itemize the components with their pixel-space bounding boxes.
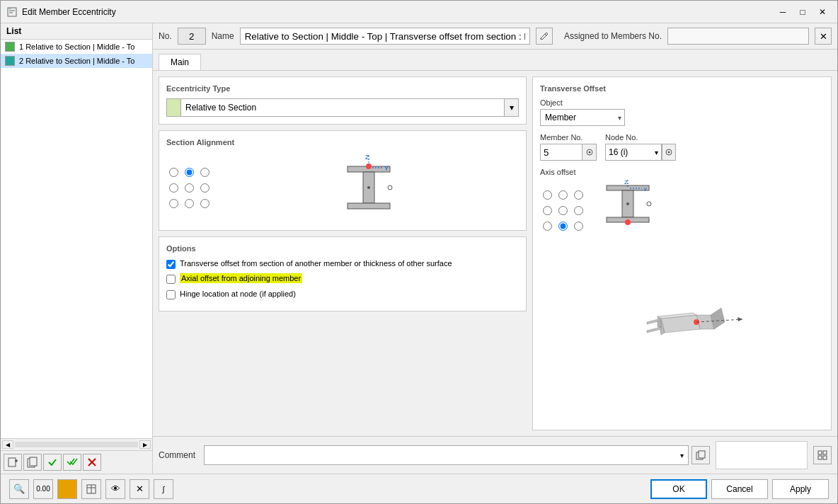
svg-point-3 bbox=[9, 8, 11, 9]
list-item-text: 2 Relative to Section | Middle - To bbox=[19, 57, 134, 65]
search-button[interactable]: 🔍 bbox=[9, 479, 29, 499]
option1-checkbox[interactable] bbox=[166, 260, 176, 269]
axis-radio-20[interactable] bbox=[543, 222, 552, 231]
align-radio-11[interactable] bbox=[185, 183, 194, 193]
eye-button[interactable]: 👁 bbox=[105, 479, 125, 499]
table-button[interactable] bbox=[81, 479, 101, 499]
svg-line-11 bbox=[545, 34, 546, 35]
new-item-button[interactable] bbox=[4, 454, 22, 471]
ecc-type-color bbox=[167, 99, 181, 116]
assigned-input[interactable] bbox=[667, 28, 809, 45]
tab-main[interactable]: Main bbox=[159, 54, 201, 71]
apply-button[interactable]: Apply bbox=[772, 479, 829, 499]
svg-marker-48 bbox=[737, 317, 742, 321]
transverse-offset-section: Transverse Offset Object Member ▾ bbox=[532, 76, 832, 430]
ok-button[interactable]: OK bbox=[650, 479, 707, 499]
align-radio-12[interactable] bbox=[200, 183, 210, 193]
assigned-clear-button[interactable]: ✕ bbox=[815, 28, 832, 45]
svg-point-24 bbox=[588, 151, 590, 154]
eccentricity-type-section: Eccentricity Type Relative to Section ▾ bbox=[159, 76, 527, 125]
object-label: Object bbox=[540, 98, 824, 107]
accept-all-button[interactable] bbox=[63, 454, 81, 471]
node-no-group: Node No. 16 (i) ▾ bbox=[605, 133, 676, 161]
assigned-label: Assigned to Members No. bbox=[564, 31, 662, 41]
name-input[interactable] bbox=[240, 28, 530, 45]
list-item[interactable]: 1 Relative to Section | Middle - To bbox=[1, 40, 152, 54]
member-no-group: Member No. bbox=[540, 133, 597, 161]
close-button[interactable]: ✕ bbox=[813, 4, 832, 20]
axis-radio-00[interactable] bbox=[543, 190, 552, 200]
color-button[interactable] bbox=[57, 479, 77, 499]
options-section: Options Transverse offset from section o… bbox=[159, 236, 527, 311]
eccentricity-type-dropdown[interactable]: Relative to Section ▾ bbox=[166, 98, 519, 117]
scroll-left-btn[interactable]: ◀ bbox=[2, 440, 13, 449]
list-item[interactable]: 2 Relative to Section | Middle - To bbox=[1, 54, 152, 68]
node-no-select[interactable]: 16 (i) ▾ bbox=[605, 144, 662, 161]
svg-rect-4 bbox=[8, 458, 16, 466]
comment-select[interactable]: ▾ bbox=[204, 445, 689, 465]
svg-marker-44 bbox=[647, 327, 661, 333]
accept-button[interactable] bbox=[43, 454, 62, 471]
scroll-right-btn[interactable]: ▶ bbox=[139, 440, 151, 449]
svg-rect-15 bbox=[348, 203, 390, 209]
svg-rect-0 bbox=[8, 8, 16, 16]
grid-button[interactable] bbox=[813, 446, 832, 464]
align-radio-22[interactable] bbox=[200, 199, 210, 208]
align-radio-02[interactable] bbox=[200, 168, 210, 177]
axis-radio-11[interactable] bbox=[558, 206, 568, 215]
eccentricity-type-label: Eccentricity Type bbox=[166, 84, 519, 93]
cross-button[interactable]: ✕ bbox=[130, 479, 149, 499]
section-diagram: Z Y bbox=[219, 152, 519, 223]
svg-rect-54 bbox=[823, 456, 827, 459]
decimal-button[interactable]: 0.00 bbox=[33, 479, 53, 499]
copy-item-button[interactable] bbox=[23, 454, 42, 471]
svg-text:Y: Y bbox=[643, 186, 648, 193]
node-no-label: Node No. bbox=[605, 133, 676, 142]
edit-name-button[interactable] bbox=[536, 28, 553, 45]
section-alignment-label: Section Alignment bbox=[166, 138, 519, 147]
comment-box: Comment ▾ bbox=[159, 445, 710, 465]
axis-radio-21[interactable] bbox=[558, 222, 568, 231]
svg-point-35 bbox=[626, 202, 629, 205]
member-node-row: Member No. Node No. bbox=[540, 133, 824, 161]
no-input[interactable] bbox=[178, 28, 206, 45]
ecc-type-arrow[interactable]: ▾ bbox=[504, 99, 518, 116]
axis-radio-12[interactable] bbox=[574, 206, 583, 215]
member-no-input[interactable] bbox=[540, 144, 582, 161]
axis-radio-01[interactable] bbox=[558, 190, 568, 200]
title-bar: Edit Member Eccentricity ─ □ ✕ bbox=[1, 1, 837, 23]
object-select[interactable]: Member ▾ bbox=[540, 109, 625, 126]
comment-copy-button[interactable] bbox=[691, 446, 710, 464]
option3-checkbox[interactable] bbox=[166, 290, 176, 299]
list-toolbar bbox=[1, 450, 152, 474]
cancel-button[interactable]: Cancel bbox=[711, 479, 768, 499]
node-no-pick-button[interactable] bbox=[662, 144, 676, 161]
align-radio-10[interactable] bbox=[169, 183, 178, 193]
footer-left: 🔍 0.00 👁 ✕ ∫ bbox=[9, 479, 173, 499]
left-section: Eccentricity Type Relative to Section ▾ … bbox=[159, 76, 527, 430]
content-area: Eccentricity Type Relative to Section ▾ … bbox=[153, 70, 837, 436]
axis-radio-10[interactable] bbox=[543, 206, 552, 215]
formula-button[interactable]: ∫ bbox=[154, 479, 173, 499]
member-no-pick-button[interactable] bbox=[582, 144, 597, 161]
delete-button[interactable] bbox=[83, 454, 101, 471]
option2-checkbox[interactable] bbox=[166, 275, 176, 284]
align-radio-00[interactable] bbox=[169, 168, 178, 177]
maximize-button[interactable]: □ bbox=[793, 4, 812, 20]
alignment-area: Z Y bbox=[166, 152, 519, 223]
minimize-button[interactable]: ─ bbox=[774, 4, 792, 20]
axis-radio-02[interactable] bbox=[574, 190, 583, 200]
axis-radio-22[interactable] bbox=[574, 222, 583, 231]
align-radio-21[interactable] bbox=[185, 199, 194, 208]
alignment-radio-grid bbox=[166, 165, 212, 210]
option3-label: Hinge location at node (if applied) bbox=[180, 289, 296, 299]
axis-offset-group: Axis offset bbox=[540, 168, 824, 242]
align-radio-20[interactable] bbox=[169, 199, 178, 208]
object-group: Object Member ▾ bbox=[540, 98, 824, 126]
ecc-type-value: Relative to Section bbox=[181, 103, 504, 113]
option1-label: Transverse offset from section of anothe… bbox=[180, 258, 452, 269]
align-radio-01[interactable] bbox=[185, 168, 194, 177]
option2-label: Axial offset from adjoining member bbox=[180, 273, 302, 284]
node-no-input-group: 16 (i) ▾ bbox=[605, 144, 676, 161]
svg-point-34 bbox=[625, 219, 631, 225]
